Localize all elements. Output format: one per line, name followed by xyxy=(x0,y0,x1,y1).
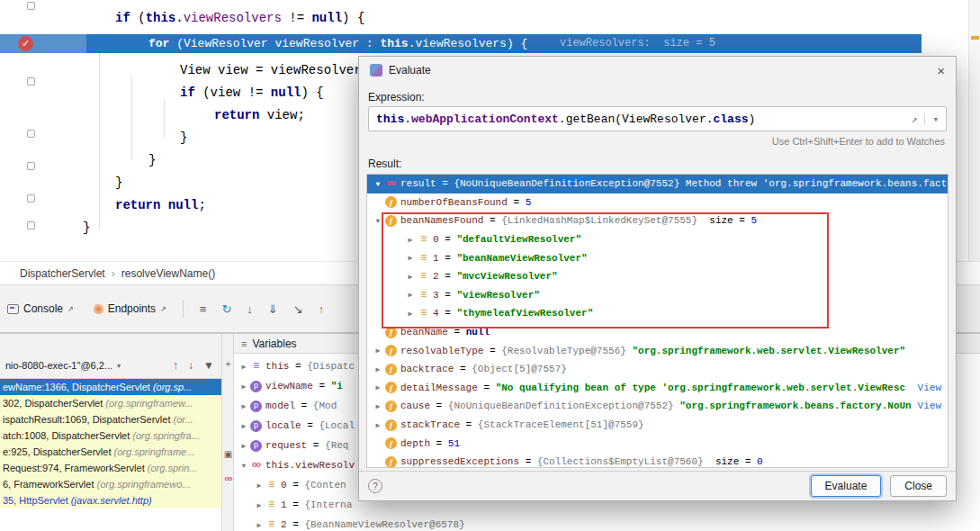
expression-actions: ↗▾ xyxy=(912,113,939,125)
frame-row[interactable]: 302, DispatcherServlet (org.springframew… xyxy=(0,395,221,411)
tab-label: Console xyxy=(23,302,63,315)
chevron-icon[interactable]: ▶ xyxy=(371,402,385,410)
chevron-icon[interactable]: ▶ xyxy=(253,521,265,529)
tab-endpoints[interactable]: Endpoints↗ xyxy=(94,302,166,315)
fold-marker-icon[interactable] xyxy=(27,2,35,10)
frame-down-icon[interactable]: ↓ xyxy=(188,359,193,372)
endpoints-icon xyxy=(94,304,103,314)
frame-package: (org.sp... xyxy=(153,382,192,392)
watches-icon[interactable]: oo xyxy=(222,474,234,482)
rerun-icon[interactable]: ↻ xyxy=(221,302,231,316)
frame-row[interactable]: 35, HttpServlet (javax.servlet.http) xyxy=(0,492,221,508)
editor-scrollbar[interactable] xyxy=(968,0,980,261)
filter-icon[interactable]: ▼ xyxy=(203,359,214,372)
help-icon[interactable]: ? xyxy=(368,479,382,493)
force-step-into-icon[interactable]: ↘ xyxy=(293,302,303,316)
chevron-icon[interactable]: ▶ xyxy=(238,402,250,410)
result-tree-row[interactable]: fnumberOfBeansFound = 5 xyxy=(367,194,948,212)
variables-menu-icon[interactable]: ≡ xyxy=(241,338,247,349)
frame-row[interactable]: Request:974, FrameworkServlet (org.sprin… xyxy=(0,460,221,476)
frame-row[interactable]: e:925, DispatcherServlet (org.springfram… xyxy=(0,444,221,460)
breakpoint-icon[interactable]: ✓ xyxy=(18,36,33,51)
dialog-titlebar: Evaluate × xyxy=(359,57,956,84)
window-menu-icon[interactable]: ≡ xyxy=(200,302,207,316)
indent-guide xyxy=(99,53,100,230)
breadcrumb-class[interactable]: DispatcherServlet xyxy=(20,267,105,280)
code-line: if (this.viewResolvers != null) { xyxy=(115,9,364,28)
frame-row[interactable]: ewName:1366, DispatcherServlet (org.sp..… xyxy=(0,379,221,395)
chevron-icon[interactable]: ▶ xyxy=(371,365,385,374)
field-icon: f xyxy=(385,345,397,356)
parameter-icon: p xyxy=(250,381,262,392)
variable-name: resolvableType xyxy=(400,346,483,356)
result-tree-row[interactable]: ▶fcause = {NoUniqueBeanDefinitionExcepti… xyxy=(367,397,948,416)
result-tree-row[interactable]: ▶fstackTrace = {StackTraceElement[51]@75… xyxy=(367,416,948,435)
result-tree-row[interactable]: fsuppressedExceptions = {Collections$Emp… xyxy=(367,453,948,468)
dialog-footer: ? Evaluate Close xyxy=(359,471,956,500)
step-into-icon[interactable]: ⇓ xyxy=(268,302,278,316)
step-out-icon[interactable]: ↑ xyxy=(319,302,325,316)
dropdown-chevron-icon: ▾ xyxy=(117,362,121,370)
variable-name: result xyxy=(400,178,436,189)
frame-location: ispatchResult:1069, DispatcherServlet xyxy=(3,414,174,425)
result-tree-row[interactable]: fdepth = 51 xyxy=(367,434,948,453)
chevron-icon[interactable]: ▶ xyxy=(238,442,250,450)
chevron-icon[interactable]: ▶ xyxy=(253,501,265,509)
tab-console[interactable]: Console↗ xyxy=(7,302,74,315)
array-item-icon: ≡ xyxy=(265,480,277,491)
debug-toolbar-icons: ≡↻↓⇓↘↑ xyxy=(200,302,324,316)
breadcrumb-separator-icon: › xyxy=(112,267,115,280)
chevron-icon[interactable]: ▶ xyxy=(238,382,250,391)
result-tree-row[interactable]: ▶fdetailMessage = "No qualifying bean of… xyxy=(367,379,948,398)
fold-marker-icon[interactable] xyxy=(27,221,35,230)
chevron-icon[interactable]: ▶ xyxy=(371,421,385,429)
chevron-icon[interactable]: ▶ xyxy=(253,482,265,490)
frame-package: (org.sprin... xyxy=(148,463,198,473)
breadcrumb-method[interactable]: resolveViewName() xyxy=(121,267,215,280)
annotation-box xyxy=(382,212,829,328)
frame-row[interactable]: ispatchResult:1069, DispatcherServlet (o… xyxy=(0,411,221,428)
fold-marker-icon[interactable] xyxy=(27,130,35,138)
variable-name: numberOfBeansFound xyxy=(400,197,508,208)
frame-row[interactable]: atch:1008, DispatcherServlet (org.spring… xyxy=(0,428,221,444)
execution-line: ✓ for (ViewResolver viewResolver : this.… xyxy=(0,34,922,53)
frame-row[interactable]: 6, FrameworkServlet (org.springframewo..… xyxy=(0,476,221,492)
frame-location: atch:1008, DispatcherServlet xyxy=(3,430,132,441)
view-link[interactable]: View xyxy=(918,382,941,393)
add-watch-icon[interactable]: + xyxy=(222,359,234,369)
result-tree-row[interactable]: ▶fresolvableType = {ResolvableType@7556}… xyxy=(367,341,948,360)
copy-stack-icon[interactable]: ▣ xyxy=(222,449,234,459)
fold-marker-icon[interactable] xyxy=(27,194,35,202)
result-tree-row[interactable]: ▼ooresult = {NoUniqueBeanDefinitionExcep… xyxy=(367,175,948,194)
variable-name: model xyxy=(265,400,295,411)
evaluate-button[interactable]: Evaluate xyxy=(811,475,882,497)
expression-input[interactable]: this.webApplicationContext.getBean(ViewR… xyxy=(368,106,947,131)
watches-hint: Use Ctrl+Shift+Enter to add to Watches xyxy=(772,136,945,147)
expression-history-chevron-icon[interactable]: ▾ xyxy=(924,113,939,125)
code-line: } xyxy=(148,151,156,170)
inline-debug-hint: viewResolvers: size = 5 xyxy=(560,34,715,53)
fold-marker-icon[interactable] xyxy=(27,77,35,86)
frame-location: e:925, DispatcherServlet xyxy=(3,446,114,457)
chevron-icon[interactable]: ▼ xyxy=(238,462,250,470)
close-button[interactable]: Close xyxy=(890,475,947,497)
code-line: return view; xyxy=(214,106,305,125)
result-tree-row[interactable]: ▶fbacktrace = {Object[5]@7557} xyxy=(367,360,948,379)
step-over-icon[interactable]: ↓ xyxy=(247,302,253,316)
frame-up-icon[interactable]: ↑ xyxy=(173,359,178,372)
view-link[interactable]: View xyxy=(918,400,941,411)
expression-label: Expression: xyxy=(368,91,425,104)
chevron-icon[interactable]: ▶ xyxy=(371,383,385,392)
chevron-icon[interactable]: ▶ xyxy=(238,363,250,371)
close-icon[interactable]: × xyxy=(937,63,945,78)
chevron-icon[interactable]: ▼ xyxy=(371,180,385,188)
thread-selector[interactable]: nio-8080-exec-1"@6,2... ▾ xyxy=(5,356,121,374)
variable-row[interactable]: ▶≡2 = {BeanNameViewResolver@6578} xyxy=(234,515,980,531)
execution-line-gutter xyxy=(0,34,86,53)
chevron-icon[interactable]: ▶ xyxy=(371,346,385,355)
chevron-icon[interactable]: ▶ xyxy=(238,422,250,430)
expand-expression-icon[interactable]: ↗ xyxy=(912,113,918,125)
fold-marker-icon[interactable] xyxy=(27,162,35,170)
field-icon: f xyxy=(385,382,397,393)
scrollbar-marker xyxy=(971,36,979,40)
